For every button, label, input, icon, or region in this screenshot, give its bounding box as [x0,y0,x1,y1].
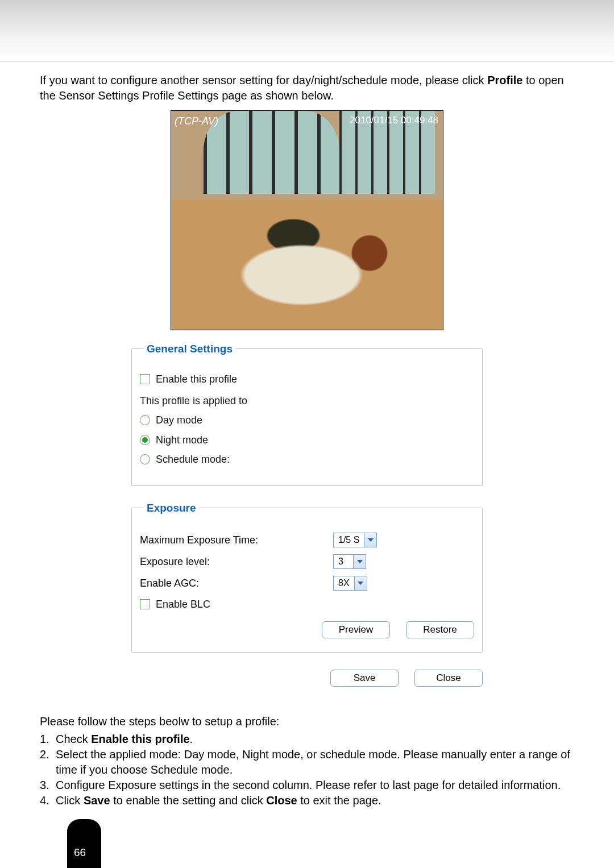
chevron-down-icon [354,576,367,590]
step-1-text-b: . [190,733,193,745]
max-exposure-row: Maximum Exposure Time: 1/5 S [140,533,474,547]
preview-source-label: (TCP-AV) [175,114,218,128]
mode-day-label: Day mode [156,413,202,427]
step-3: 3. Configure Exposure settings in the se… [40,778,574,793]
exposure-level-select[interactable]: 3 [333,554,366,569]
agc-value: 8X [334,577,354,589]
header-bar [0,0,614,61]
enable-profile-row: Enable this profile [140,372,474,386]
enable-profile-checkbox[interactable] [140,374,150,384]
exposure-legend: Exposure [143,501,200,516]
camera-preview-wrap: (TCP-AV) 2010/01/15 00:49:48 [40,110,574,330]
exposure-level-row: Exposure level: 3 [140,554,474,569]
step-4-text-b: to enable the setting and click [110,794,267,807]
instructions-lead: Please follow the steps beolw to setup a… [40,714,574,729]
page-number: 66 [74,846,86,859]
blc-row: Enable BLC [140,597,474,611]
max-exposure-select[interactable]: 1/5 S [333,533,377,547]
step-1-bold: Enable this profile [91,733,189,745]
settings-form: General Settings Enable this profile Thi… [40,342,574,691]
agc-label: Enable AGC: [140,576,333,590]
step-2-number: 2. [40,747,56,778]
intro-paragraph: If you want to configure another sensor … [40,73,574,103]
step-4-text-a: Click [56,794,84,807]
max-exposure-label: Maximum Exposure Time: [140,533,333,547]
intro-text-1: If you want to configure another sensor … [40,74,487,86]
camera-preview-image [171,111,443,330]
blc-checkbox[interactable] [140,599,150,609]
step-3-number: 3. [40,778,56,793]
chevron-down-icon [353,555,366,568]
mode-schedule-row: Schedule mode: [140,452,474,466]
dialog-buttons: Save Close [131,670,483,687]
mode-schedule-radio[interactable] [140,454,150,464]
camera-preview: (TCP-AV) 2010/01/15 00:49:48 [171,110,443,330]
mode-night-row: Night mode [140,433,474,447]
step-2: 2. Select the applied mode: Day mode, Ni… [40,747,574,778]
page: If you want to configure another sensor … [0,0,614,868]
instructions: Please follow the steps beolw to setup a… [40,714,574,808]
step-1: 1. Check Enable this profile. [40,732,574,747]
applied-to-label: This profile is applied to [140,394,474,408]
close-button[interactable]: Close [414,670,483,687]
step-4-number: 4. [40,793,56,808]
mode-day-row: Day mode [140,413,474,427]
restore-button[interactable]: Restore [406,621,474,638]
agc-row: Enable AGC: 8X [140,576,474,591]
mode-schedule-label: Schedule mode: [156,452,230,466]
step-4-bold-close: Close [266,794,297,807]
mode-night-label: Night mode [156,433,208,447]
instructions-list: 1. Check Enable this profile. 2. Select … [40,732,574,808]
step-4-bold-save: Save [84,794,110,807]
general-settings-legend: General Settings [143,342,236,356]
general-settings-fieldset: General Settings Enable this profile Thi… [131,342,483,486]
step-2-text: Select the applied mode: Day mode, Night… [56,747,574,778]
preview-timestamp: 2010/01/15 00:49:48 [350,114,438,127]
chevron-down-icon [364,533,376,547]
step-4: 4. Click Save to enable the setting and … [40,793,574,808]
exposure-buttons: Preview Restore [140,621,474,638]
save-button[interactable]: Save [330,670,399,687]
exposure-level-value: 3 [334,555,353,568]
preview-button[interactable]: Preview [322,621,390,638]
enable-profile-label: Enable this profile [156,372,237,386]
blc-label: Enable BLC [156,597,210,611]
intro-bold-profile: Profile [487,74,522,86]
step-3-text: Configure Exposure settings in the secon… [56,778,561,793]
mode-night-radio[interactable] [140,435,150,445]
step-1-text-a: Check [56,733,91,745]
max-exposure-value: 1/5 S [334,534,364,546]
agc-select[interactable]: 8X [333,576,367,591]
page-number-tab: 66 [67,819,101,868]
content: If you want to configure another sensor … [0,61,614,808]
exposure-level-label: Exposure level: [140,555,333,568]
step-4-text-c: to exit the page. [297,794,381,807]
mode-day-radio[interactable] [140,415,150,425]
step-1-number: 1. [40,732,56,747]
exposure-fieldset: Exposure Maximum Exposure Time: 1/5 S Ex… [131,501,483,653]
